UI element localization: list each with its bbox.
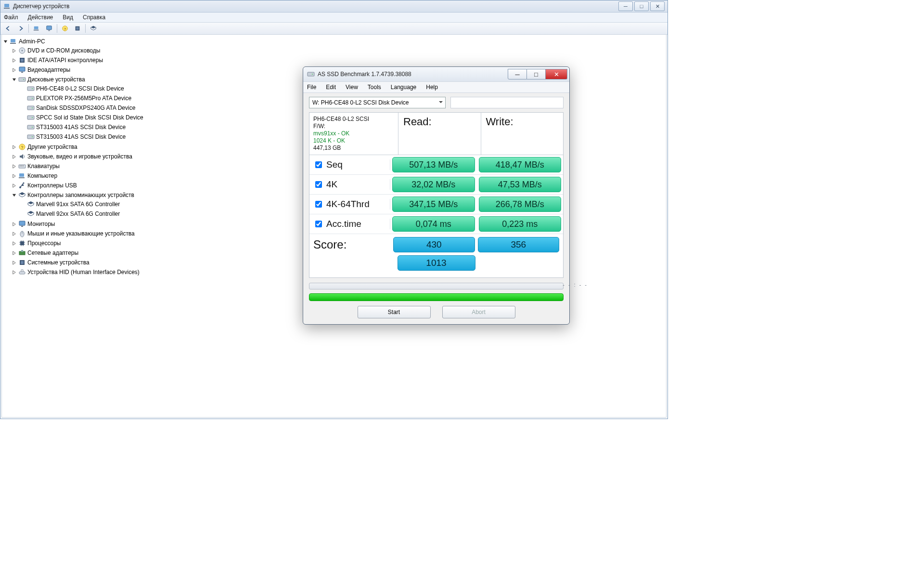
category-icon bbox=[18, 249, 26, 257]
disclosure-triangle-icon[interactable] bbox=[3, 39, 8, 44]
as-results-grid: PH6-CE48 0-L2 SCSI F/W: mvs91xx - OK 102… bbox=[309, 112, 564, 278]
category-icon bbox=[18, 47, 26, 54]
seq-read: 507,13 MB/s bbox=[392, 157, 475, 172]
device-icon bbox=[27, 123, 35, 131]
disclosure-triangle-icon[interactable] bbox=[12, 48, 17, 53]
as-titlebar[interactable]: AS SSD Benchmark 1.7.4739.38088 ─ □ ✕ bbox=[303, 67, 569, 81]
chk-4k[interactable] bbox=[315, 181, 322, 188]
tb-up-button[interactable] bbox=[31, 23, 42, 34]
tb-back-button[interactable] bbox=[2, 23, 14, 34]
as-menu-help[interactable]: Help bbox=[426, 84, 438, 91]
category-icon bbox=[18, 153, 26, 160]
dm-menu-view[interactable]: Вид bbox=[61, 13, 75, 21]
timer-text: --:-- bbox=[563, 282, 590, 288]
4k64-write: 266,78 MB/s bbox=[479, 197, 562, 212]
disclosure-triangle-icon[interactable] bbox=[12, 173, 17, 179]
row-4k: 4K 32,02 MB/s 47,53 MB/s bbox=[309, 175, 563, 195]
category-icon bbox=[18, 239, 26, 247]
disclosure-triangle-icon[interactable] bbox=[12, 260, 17, 265]
progress-bar-lower bbox=[309, 293, 564, 301]
as-device-select[interactable]: W: PH6-CE48 0-L2 SCSI Disk Device bbox=[309, 97, 446, 108]
device-icon bbox=[27, 200, 35, 208]
as-menu-edit[interactable]: Edit bbox=[326, 84, 336, 91]
as-maximize-button[interactable]: □ bbox=[527, 69, 546, 79]
disclosure-triangle-icon[interactable] bbox=[12, 58, 17, 63]
write-col-header: Write: bbox=[481, 113, 564, 155]
device-icon bbox=[27, 114, 35, 121]
disclosure-triangle-icon[interactable] bbox=[12, 250, 17, 256]
tb-scan-button[interactable] bbox=[72, 23, 83, 34]
dm-maximize-button[interactable]: □ bbox=[634, 1, 649, 11]
category-icon bbox=[18, 259, 26, 266]
4k64-read: 347,15 MB/s bbox=[392, 197, 475, 212]
score-write: 356 bbox=[478, 237, 560, 252]
device-icon bbox=[27, 104, 35, 112]
category-icon bbox=[18, 76, 26, 83]
progress-bar-upper bbox=[309, 283, 564, 289]
as-menubar: File Edit View Tools Language Help bbox=[303, 81, 569, 93]
disclosure-triangle-icon[interactable] bbox=[12, 144, 17, 150]
as-minimize-button[interactable]: ─ bbox=[508, 69, 527, 79]
dm-title-text: Диспетчер устройств bbox=[13, 3, 69, 10]
as-note-input[interactable] bbox=[450, 97, 564, 108]
disclosure-triangle-icon[interactable] bbox=[12, 222, 17, 227]
disclosure-triangle-icon[interactable] bbox=[12, 231, 17, 236]
as-device-info: PH6-CE48 0-L2 SCSI F/W: mvs91xx - OK 102… bbox=[309, 113, 398, 155]
computer-icon bbox=[10, 38, 17, 45]
disclosure-triangle-icon[interactable] bbox=[12, 154, 17, 159]
tb-fwd-button[interactable] bbox=[15, 23, 26, 34]
disclosure-triangle-icon[interactable] bbox=[12, 67, 17, 73]
category-icon bbox=[18, 182, 26, 189]
category-icon bbox=[18, 191, 26, 199]
row-acc: Acc.time 0,074 ms 0,223 ms bbox=[309, 214, 563, 234]
category-icon bbox=[18, 268, 26, 276]
dm-app-icon bbox=[3, 2, 11, 10]
as-close-button[interactable]: ✕ bbox=[546, 69, 567, 79]
dm-close-button[interactable]: ✕ bbox=[650, 1, 665, 11]
as-menu-lang[interactable]: Language bbox=[391, 84, 416, 91]
disclosure-triangle-icon[interactable] bbox=[12, 183, 17, 188]
dm-minimize-button[interactable]: ─ bbox=[618, 1, 633, 11]
chk-4k64[interactable] bbox=[315, 201, 322, 208]
acc-write: 0,223 ms bbox=[479, 216, 562, 232]
score-total: 1013 bbox=[398, 255, 475, 271]
read-col-header: Read: bbox=[398, 113, 481, 155]
tb-help-button[interactable] bbox=[59, 23, 71, 34]
tb-refresh-button[interactable] bbox=[88, 23, 99, 34]
category-icon bbox=[18, 56, 26, 64]
device-icon bbox=[27, 85, 35, 92]
score-label: Score: bbox=[313, 238, 390, 251]
chk-seq[interactable] bbox=[315, 161, 322, 168]
tree-category[interactable]: DVD и CD-ROM дисководы bbox=[12, 46, 666, 55]
seq-write: 418,47 MB/s bbox=[479, 157, 562, 172]
as-ssd-window: AS SSD Benchmark 1.7.4739.38088 ─ □ ✕ Fi… bbox=[303, 66, 570, 325]
tree-category[interactable]: IDE ATA/ATAPI контроллеры bbox=[12, 56, 666, 65]
start-button[interactable]: Start bbox=[358, 306, 431, 318]
row-seq: Seq 507,13 MB/s 418,47 MB/s bbox=[309, 155, 563, 175]
category-icon bbox=[18, 172, 26, 180]
chk-acc[interactable] bbox=[315, 221, 322, 227]
as-menu-file[interactable]: File bbox=[307, 84, 316, 91]
acc-read: 0,074 ms bbox=[392, 216, 475, 232]
as-menu-tools[interactable]: Tools bbox=[368, 84, 381, 91]
category-icon bbox=[18, 162, 26, 170]
dm-menu-file[interactable]: Файл bbox=[2, 13, 20, 21]
dm-titlebar[interactable]: Диспетчер устройств ─ □ ✕ bbox=[0, 0, 667, 13]
device-icon bbox=[27, 133, 35, 141]
disclosure-triangle-icon[interactable] bbox=[12, 193, 17, 198]
4k-write: 47,53 MB/s bbox=[479, 177, 562, 192]
as-menu-view[interactable]: View bbox=[346, 84, 358, 91]
abort-button[interactable]: Abort bbox=[442, 306, 515, 318]
tb-view-button[interactable] bbox=[43, 23, 55, 34]
disclosure-triangle-icon[interactable] bbox=[12, 77, 17, 82]
disclosure-triangle-icon[interactable] bbox=[12, 270, 17, 275]
dm-menu-action[interactable]: Действие bbox=[26, 13, 55, 21]
dm-menu-help[interactable]: Справка bbox=[81, 13, 107, 21]
score-read: 430 bbox=[393, 237, 475, 252]
tree-root-node[interactable]: Admin-PC bbox=[3, 37, 666, 46]
as-title-text: AS SSD Benchmark 1.7.4739.38088 bbox=[318, 71, 411, 78]
disclosure-triangle-icon[interactable] bbox=[12, 164, 17, 169]
category-icon bbox=[18, 143, 26, 151]
disclosure-triangle-icon[interactable] bbox=[12, 241, 17, 246]
4k-read: 32,02 MB/s bbox=[392, 177, 475, 192]
